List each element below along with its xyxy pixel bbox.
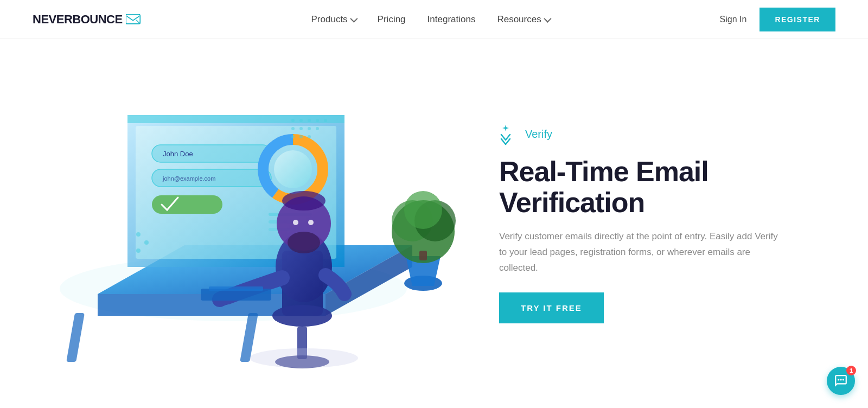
svg-point-45 (288, 232, 320, 253)
right-content: Verify Real-Time Email Verification Veri… (467, 124, 868, 323)
svg-point-28 (299, 127, 303, 130)
logo[interactable]: NEVERBOUNCE (33, 12, 141, 27)
svg-point-33 (308, 135, 311, 138)
navbar: NEVERBOUNCE Products Pricing Integration… (0, 0, 868, 39)
svg-point-32 (299, 135, 303, 138)
svg-marker-8 (127, 115, 344, 123)
svg-point-34 (136, 232, 141, 237)
svg-point-38 (272, 305, 332, 327)
svg-text:John Doe: John Doe (163, 150, 193, 158)
svg-point-59 (838, 379, 839, 380)
svg-rect-55 (419, 251, 427, 260)
svg-point-30 (316, 127, 319, 130)
resources-chevron-icon (544, 15, 551, 22)
register-button[interactable]: REGISTER (760, 8, 835, 31)
svg-point-46 (282, 191, 326, 211)
svg-marker-58 (502, 127, 509, 129)
nav-integrations[interactable]: Integrations (427, 14, 476, 25)
svg-point-48 (308, 220, 314, 225)
svg-rect-43 (209, 286, 263, 291)
svg-text:john@example.com: john@example.com (162, 175, 215, 182)
main-heading: Real-Time Email Verification (499, 156, 825, 218)
svg-point-22 (291, 119, 295, 122)
svg-point-31 (291, 135, 295, 138)
logo-icon (126, 14, 141, 25)
svg-point-29 (308, 127, 311, 130)
try-free-button[interactable]: TRY IT FREE (499, 292, 604, 323)
chat-badge: 1 (846, 366, 856, 375)
chat-icon (834, 374, 848, 388)
svg-rect-5 (66, 313, 85, 362)
verify-icon (499, 124, 519, 145)
main-description: Verify customer emails directly at the p… (499, 229, 781, 276)
svg-point-56 (250, 348, 358, 368)
hero-illustration: John Doe john@example.com (43, 61, 467, 386)
products-chevron-icon (350, 15, 358, 22)
illustration-area: John Doe john@example.com (43, 61, 467, 386)
chat-widget[interactable]: 1 (827, 367, 855, 395)
svg-point-36 (136, 248, 141, 253)
verify-text: Verify (525, 128, 552, 141)
svg-point-23 (299, 119, 303, 122)
svg-point-18 (274, 150, 312, 188)
brand-name: NEVERBOUNCE (33, 12, 123, 27)
nav-products[interactable]: Products (311, 14, 356, 25)
svg-point-35 (144, 240, 149, 245)
sign-in-link[interactable]: Sign In (720, 15, 747, 24)
svg-point-47 (293, 220, 298, 225)
nav-links: Products Pricing Integrations Resources (311, 14, 550, 25)
svg-point-61 (843, 379, 844, 380)
svg-point-24 (308, 119, 311, 122)
nav-resources[interactable]: Resources (497, 14, 549, 25)
main-content: John Doe john@example.com (0, 39, 868, 408)
svg-point-54 (404, 191, 442, 229)
nav-pricing[interactable]: Pricing (378, 14, 406, 25)
svg-point-60 (840, 379, 841, 380)
svg-point-25 (316, 119, 319, 122)
verify-label-container: Verify (499, 124, 825, 145)
svg-rect-0 (126, 14, 140, 24)
svg-point-27 (291, 127, 295, 130)
nav-right: Sign In REGISTER (720, 8, 835, 31)
svg-point-26 (324, 119, 327, 122)
